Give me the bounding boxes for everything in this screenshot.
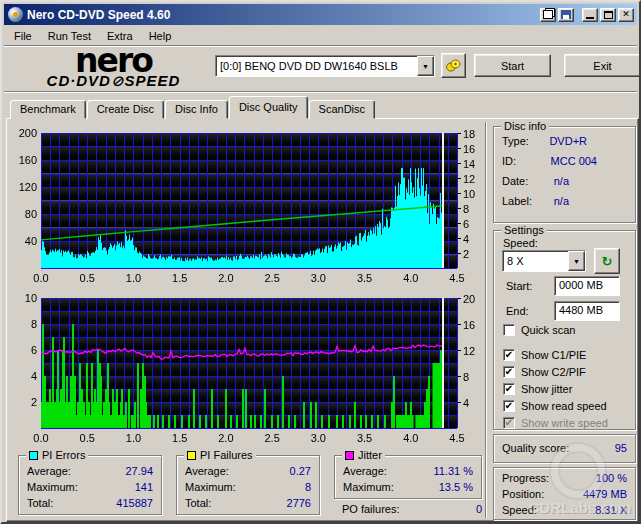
- checkbox-icon: ✔: [503, 400, 515, 412]
- quality-score-value: 95: [615, 442, 627, 454]
- maximize-button[interactable]: [600, 8, 616, 22]
- progress-box: Progress:100 % Position:4479 MB Speed:8.…: [493, 467, 636, 520]
- end-position-label: End:: [506, 305, 529, 317]
- checkbox-icon: ✔: [503, 383, 515, 395]
- chevron-down-icon: ▼: [422, 63, 429, 70]
- disc-type-label: Type:: [502, 135, 529, 147]
- settings-title: Settings: [501, 224, 547, 236]
- maximize-icon: [604, 11, 613, 19]
- checkbox-label: Quick scan: [521, 324, 575, 336]
- pi-failures-swatch: [187, 451, 196, 460]
- checkbox-show-read-speed[interactable]: ✔ Show read speed: [503, 399, 607, 413]
- drive-select-arrow[interactable]: ▼: [417, 56, 434, 76]
- chevron-down-icon: ▼: [573, 258, 580, 265]
- panel-divider: [485, 122, 487, 518]
- pi-errors-title: PI Errors: [42, 449, 85, 461]
- pi-failures-average-label: Average:: [185, 465, 229, 477]
- position-value: 4479 MB: [583, 488, 627, 500]
- scan-speed-label: Speed:: [502, 504, 537, 516]
- jitter-average-value: 11.31 %: [433, 465, 473, 477]
- minimize-button[interactable]: [582, 8, 598, 22]
- menu-file[interactable]: File: [6, 28, 40, 44]
- tab-benchmark[interactable]: Benchmark: [10, 100, 86, 119]
- title-bar: Nero CD-DVD Speed 4.60 ✕: [4, 4, 637, 25]
- jitter-swatch: [345, 451, 354, 460]
- drive-select-value: [0:0] BENQ DVD DD DW1640 BSLB: [216, 60, 417, 72]
- pi-failures-title: PI Failures: [200, 449, 253, 461]
- exit-button[interactable]: Exit: [564, 54, 641, 77]
- save-button[interactable]: [558, 8, 574, 22]
- checkbox-icon: [503, 324, 515, 336]
- tab-create-disc[interactable]: Create Disc: [87, 100, 164, 119]
- nero-logo: nero CD·DVD⊘SPEED: [16, 48, 211, 88]
- app-window: Nero CD-DVD Speed 4.60 ✕ File Run Test E…: [0, 0, 641, 524]
- cd-dvd-speed-logo-text: CD·DVD⊘SPEED: [16, 74, 211, 88]
- pi-errors-summary: PI Errors Average:27.94 Maximum:141 Tota…: [18, 455, 162, 515]
- close-button[interactable]: ✕: [618, 8, 634, 22]
- speed-select-value: 8 X: [503, 255, 568, 267]
- jitter-average-label: Average:: [343, 465, 387, 477]
- header: nero CD·DVD⊘SPEED [0:0] BENQ DVD DD DW16…: [4, 47, 637, 92]
- disc-type-value: DVD+R: [549, 135, 587, 147]
- jitter-title: Jitter: [358, 449, 382, 461]
- eject-button[interactable]: [441, 53, 466, 78]
- quality-score-label: Quality score:: [502, 442, 569, 454]
- checkbox-icon: ✔: [503, 366, 515, 378]
- tab-bar: Benchmark Create Disc Disc Info Disc Qua…: [10, 96, 376, 119]
- checkbox-show-write-speed: ✔ Show write speed: [503, 416, 608, 430]
- jitter-maximum-label: Maximum:: [343, 481, 394, 493]
- speed-label: Speed:: [503, 237, 538, 249]
- pi-failures-maximum-label: Maximum:: [185, 481, 236, 493]
- checkbox-icon: ✔: [503, 417, 515, 429]
- disc-info-group: Disc info Type:DVD+R ID:MCC 004 Date:n/a…: [493, 126, 636, 223]
- save-icon: [561, 10, 571, 19]
- checkbox-show-jitter[interactable]: ✔ Show jitter: [503, 382, 572, 396]
- speed-select[interactable]: 8 X ▼: [502, 250, 586, 272]
- checkbox-icon: ✔: [503, 349, 515, 361]
- pi-errors-chart: [11, 121, 483, 286]
- checkbox-quick-scan[interactable]: Quick scan: [503, 323, 575, 337]
- po-failures-row: PO failures: 0: [342, 503, 482, 515]
- refresh-icon: ↻: [602, 254, 613, 269]
- pi-failures-total-value: 2776: [287, 497, 311, 509]
- pi-failures-maximum-value: 8: [305, 481, 311, 493]
- window-title: Nero CD-DVD Speed 4.60: [27, 8, 538, 22]
- disc-id-label: ID:: [502, 155, 516, 167]
- start-position-label: Start:: [506, 280, 532, 292]
- pi-errors-total-value: 415887: [116, 497, 153, 509]
- report-button[interactable]: [540, 8, 556, 22]
- pi-failures-average-value: 0.27: [290, 465, 311, 477]
- drive-select[interactable]: [0:0] BENQ DVD DD DW1640 BSLB ▼: [215, 55, 435, 77]
- checkbox-show-c1-pie[interactable]: ✔ Show C1/PIE: [503, 348, 586, 362]
- jitter-maximum-value: 13.5 %: [439, 481, 473, 493]
- start-button[interactable]: Start: [474, 54, 551, 77]
- settings-group: Settings Speed: 8 X ▼ ↻ Start: 0000 MB E…: [493, 230, 636, 430]
- checkbox-show-c2-pif[interactable]: ✔ Show C2/PIF: [503, 365, 586, 379]
- pi-errors-swatch: [29, 451, 38, 460]
- app-icon: [8, 7, 23, 22]
- speed-select-arrow[interactable]: ▼: [568, 251, 585, 271]
- end-position-field[interactable]: 4480 MB: [554, 301, 620, 321]
- refresh-button[interactable]: ↻: [594, 248, 620, 274]
- minimize-icon: [586, 17, 594, 19]
- checkbox-label: Show C2/PIF: [521, 366, 586, 378]
- tab-disc-quality[interactable]: Disc Quality: [229, 96, 308, 119]
- pi-errors-total-label: Total:: [27, 497, 53, 509]
- po-failures-value: 0: [476, 503, 482, 515]
- nero-logo-text: nero: [16, 48, 211, 74]
- progress-value: 100 %: [596, 472, 627, 484]
- pi-errors-average-value: 27.94: [125, 465, 153, 477]
- close-icon: ✕: [622, 10, 630, 19]
- disc-date-label: Date:: [502, 175, 528, 187]
- scan-speed-value: 8.31 X: [595, 504, 627, 516]
- tab-scandisc[interactable]: ScanDisc: [309, 100, 375, 119]
- pi-errors-maximum-label: Maximum:: [27, 481, 78, 493]
- tab-disc-info[interactable]: Disc Info: [165, 100, 228, 119]
- eject-disc-icon: [446, 59, 461, 72]
- pi-failures-summary: PI Failures Average:0.27 Maximum:8 Total…: [176, 455, 320, 515]
- checkbox-label: Show write speed: [521, 417, 608, 429]
- checkbox-label: Show jitter: [521, 383, 572, 395]
- po-failures-label: PO failures:: [342, 503, 399, 515]
- disc-info-title: Disc info: [501, 120, 549, 132]
- start-position-field[interactable]: 0000 MB: [554, 276, 620, 296]
